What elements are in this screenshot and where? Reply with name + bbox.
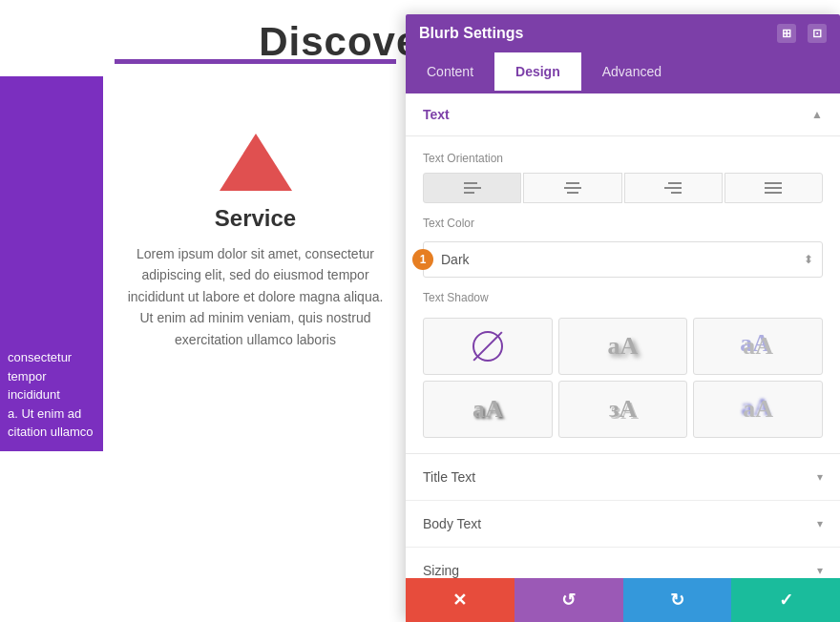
redo-button[interactable]: ↻ bbox=[623, 578, 732, 622]
orient-left[interactable] bbox=[423, 173, 521, 203]
orientation-label: Text Orientation bbox=[423, 152, 823, 165]
text-section-body: Text Orientation Text Color 1 bbox=[406, 136, 840, 454]
shadow-label: Text Shadow bbox=[423, 291, 823, 304]
text-section-title: Text bbox=[423, 107, 450, 122]
triangle-icon bbox=[220, 134, 292, 191]
settings-panel: Blurb Settings ⊞ ⊡ Content Design Advanc… bbox=[406, 14, 840, 622]
sidebar-text: consecteturtempor incididunta. Ut enim a… bbox=[0, 339, 103, 451]
bottom-toolbar: ✕ ↺ ↻ ✓ bbox=[406, 578, 840, 622]
sizing-section[interactable]: Sizing ▾ bbox=[406, 548, 840, 578]
tab-advanced[interactable]: Advanced bbox=[581, 52, 682, 93]
step-badge-1: 1 bbox=[412, 249, 433, 270]
reset-button[interactable]: ↺ bbox=[514, 578, 623, 622]
shadow-option-4[interactable]: aA bbox=[423, 381, 553, 438]
shadow-preview-2: aA bbox=[608, 332, 639, 361]
cancel-button[interactable]: ✕ bbox=[406, 578, 514, 622]
panel-layout-icon[interactable]: ⊡ bbox=[808, 24, 827, 43]
text-section-header[interactable]: Text ▲ bbox=[406, 93, 840, 136]
no-shadow-icon bbox=[472, 331, 503, 362]
sizing-chevron: ▾ bbox=[817, 564, 823, 577]
body-text-label: Body Text bbox=[423, 516, 481, 531]
title-text-chevron: ▾ bbox=[817, 470, 823, 484]
shadow-option-5[interactable]: зA bbox=[558, 381, 688, 438]
service-card: Service Lorem ipsum dolor sit amet, cons… bbox=[115, 67, 396, 350]
title-text-label: Title Text bbox=[423, 469, 475, 485]
service-card-body: Lorem ipsum dolor sit amet, consectetur … bbox=[115, 243, 396, 350]
orient-right[interactable] bbox=[624, 173, 723, 203]
tab-design[interactable]: Design bbox=[494, 52, 581, 93]
color-select-row: 1 Dark Light ⬍ bbox=[423, 241, 823, 278]
shadow-none[interactable] bbox=[423, 318, 553, 375]
purple-sidebar bbox=[0, 76, 103, 363]
purple-underline bbox=[115, 59, 396, 64]
sizing-label: Sizing bbox=[423, 563, 459, 578]
shadow-option-2[interactable]: aA bbox=[558, 318, 688, 375]
orient-justify[interactable] bbox=[724, 173, 823, 203]
body-text-chevron: ▾ bbox=[817, 517, 823, 530]
shadow-option-3[interactable]: aA bbox=[693, 318, 823, 375]
panel-content: Text ▲ Text Orientation Te bbox=[406, 93, 840, 578]
save-button[interactable]: ✓ bbox=[731, 578, 840, 622]
tab-content[interactable]: Content bbox=[406, 52, 494, 93]
orient-center[interactable] bbox=[523, 173, 621, 203]
panel-title: Blurb Settings bbox=[419, 25, 523, 42]
shadow-preview-6: аA bbox=[743, 395, 773, 424]
panel-header: Blurb Settings ⊞ ⊡ bbox=[406, 14, 840, 52]
panel-header-icons: ⊞ ⊡ bbox=[777, 24, 827, 43]
title-text-section[interactable]: Title Text ▾ bbox=[406, 454, 840, 501]
shadow-preview-5: зA bbox=[609, 395, 637, 424]
shadow-option-6[interactable]: аA bbox=[693, 381, 823, 438]
body-text-section[interactable]: Body Text ▾ bbox=[406, 501, 840, 548]
panel-tabs: Content Design Advanced bbox=[406, 52, 840, 93]
shadow-grid: aA aA aA зA аA bbox=[423, 318, 823, 438]
color-label: Text Color bbox=[423, 217, 823, 230]
panel-settings-icon[interactable]: ⊞ bbox=[777, 24, 796, 43]
service-card-title: Service bbox=[115, 205, 396, 232]
orientation-options bbox=[423, 173, 823, 203]
shadow-preview-4: aA bbox=[472, 395, 503, 424]
text-color-select[interactable]: Dark Light bbox=[423, 241, 823, 278]
shadow-preview-3: aA bbox=[743, 332, 773, 361]
text-section-chevron: ▲ bbox=[811, 108, 823, 121]
